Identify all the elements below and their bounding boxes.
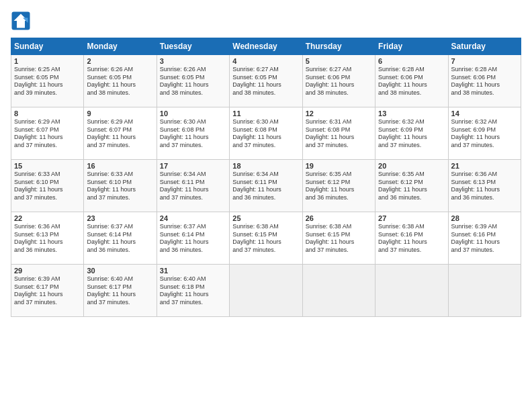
calendar-header-saturday: Saturday: [448, 38, 521, 55]
calendar-table: SundayMondayTuesdayWednesdayThursdayFrid…: [11, 38, 521, 317]
calendar-cell: 4Sunrise: 6:27 AM Sunset: 6:05 PM Daylig…: [230, 55, 302, 107]
day-info: Sunrise: 6:30 AM Sunset: 6:08 PM Dayligh…: [160, 118, 226, 150]
day-number: 11: [232, 109, 299, 118]
calendar-cell: 13Sunrise: 6:32 AM Sunset: 6:09 PM Dayli…: [375, 107, 448, 160]
calendar-cell: 14Sunrise: 6:32 AM Sunset: 6:09 PM Dayli…: [448, 107, 521, 160]
day-info: Sunrise: 6:35 AM Sunset: 6:12 PM Dayligh…: [378, 171, 445, 202]
calendar-cell: [230, 265, 302, 317]
day-info: Sunrise: 6:35 AM Sunset: 6:12 PM Dayligh…: [306, 171, 372, 202]
calendar-cell: 23Sunrise: 6:37 AM Sunset: 6:14 PM Dayli…: [84, 212, 157, 265]
day-number: 6: [378, 57, 445, 65]
calendar-cell: 11Sunrise: 6:30 AM Sunset: 6:08 PM Dayli…: [230, 107, 302, 160]
calendar-cell: 8Sunrise: 6:29 AM Sunset: 6:07 PM Daylig…: [11, 107, 84, 160]
day-number: 21: [451, 162, 518, 170]
logo-icon: [11, 11, 31, 31]
calendar-cell: 6Sunrise: 6:28 AM Sunset: 6:06 PM Daylig…: [375, 55, 448, 107]
day-info: Sunrise: 6:31 AM Sunset: 6:08 PM Dayligh…: [306, 118, 372, 150]
day-info: Sunrise: 6:40 AM Sunset: 6:18 PM Dayligh…: [160, 275, 226, 307]
day-info: Sunrise: 6:38 AM Sunset: 6:15 PM Dayligh…: [232, 223, 299, 255]
day-number: 30: [87, 267, 153, 275]
day-info: Sunrise: 6:27 AM Sunset: 6:06 PM Dayligh…: [306, 66, 372, 97]
calendar-cell: 5Sunrise: 6:27 AM Sunset: 6:06 PM Daylig…: [302, 55, 375, 107]
calendar-cell: [448, 265, 521, 317]
calendar-cell: 22Sunrise: 6:36 AM Sunset: 6:13 PM Dayli…: [11, 212, 84, 265]
day-number: 24: [160, 214, 226, 222]
day-number: 12: [306, 109, 372, 118]
day-number: 13: [378, 109, 445, 118]
calendar-cell: 21Sunrise: 6:36 AM Sunset: 6:13 PM Dayli…: [448, 160, 521, 212]
calendar-header-monday: Monday: [84, 38, 157, 55]
day-info: Sunrise: 6:34 AM Sunset: 6:11 PM Dayligh…: [232, 171, 299, 202]
calendar-cell: 1Sunrise: 6:25 AM Sunset: 6:05 PM Daylig…: [11, 55, 84, 107]
calendar-cell: 26Sunrise: 6:38 AM Sunset: 6:15 PM Dayli…: [302, 212, 375, 265]
day-number: 31: [160, 267, 226, 275]
calendar-week-row: 22Sunrise: 6:36 AM Sunset: 6:13 PM Dayli…: [11, 212, 521, 265]
day-number: 17: [160, 162, 226, 170]
day-info: Sunrise: 6:26 AM Sunset: 6:05 PM Dayligh…: [160, 66, 226, 97]
day-number: 26: [306, 214, 372, 222]
calendar-cell: 29Sunrise: 6:39 AM Sunset: 6:17 PM Dayli…: [11, 265, 84, 317]
day-info: Sunrise: 6:32 AM Sunset: 6:09 PM Dayligh…: [378, 118, 445, 150]
calendar-cell: 15Sunrise: 6:33 AM Sunset: 6:10 PM Dayli…: [11, 160, 84, 212]
page-header: [11, 11, 521, 31]
calendar-cell: 28Sunrise: 6:39 AM Sunset: 6:16 PM Dayli…: [448, 212, 521, 265]
day-info: Sunrise: 6:39 AM Sunset: 6:17 PM Dayligh…: [14, 275, 81, 307]
calendar-header-tuesday: Tuesday: [157, 38, 229, 55]
calendar-week-row: 8Sunrise: 6:29 AM Sunset: 6:07 PM Daylig…: [11, 107, 521, 160]
calendar-cell: 17Sunrise: 6:34 AM Sunset: 6:11 PM Dayli…: [157, 160, 229, 212]
day-info: Sunrise: 6:27 AM Sunset: 6:05 PM Dayligh…: [232, 66, 299, 97]
calendar-header-friday: Friday: [375, 38, 448, 55]
calendar-cell: [302, 265, 375, 317]
day-number: 4: [232, 57, 299, 65]
calendar-cell: 25Sunrise: 6:38 AM Sunset: 6:15 PM Dayli…: [230, 212, 302, 265]
logo: [11, 11, 34, 31]
calendar-cell: 27Sunrise: 6:38 AM Sunset: 6:16 PM Dayli…: [375, 212, 448, 265]
calendar-cell: 16Sunrise: 6:33 AM Sunset: 6:10 PM Dayli…: [84, 160, 157, 212]
calendar-cell: 19Sunrise: 6:35 AM Sunset: 6:12 PM Dayli…: [302, 160, 375, 212]
day-number: 9: [87, 109, 153, 118]
day-info: Sunrise: 6:36 AM Sunset: 6:13 PM Dayligh…: [14, 223, 81, 255]
calendar-cell: 10Sunrise: 6:30 AM Sunset: 6:08 PM Dayli…: [157, 107, 229, 160]
day-info: Sunrise: 6:29 AM Sunset: 6:07 PM Dayligh…: [14, 118, 81, 150]
calendar-cell: 24Sunrise: 6:37 AM Sunset: 6:14 PM Dayli…: [157, 212, 229, 265]
calendar-header-wednesday: Wednesday: [230, 38, 302, 55]
day-number: 20: [378, 162, 445, 170]
calendar-header-row: SundayMondayTuesdayWednesdayThursdayFrid…: [11, 38, 521, 55]
calendar-cell: [375, 265, 448, 317]
day-number: 18: [232, 162, 299, 170]
day-info: Sunrise: 6:28 AM Sunset: 6:06 PM Dayligh…: [451, 66, 518, 97]
day-info: Sunrise: 6:28 AM Sunset: 6:06 PM Dayligh…: [378, 66, 445, 97]
day-info: Sunrise: 6:30 AM Sunset: 6:08 PM Dayligh…: [232, 118, 299, 150]
day-number: 15: [14, 162, 81, 170]
calendar-cell: 9Sunrise: 6:29 AM Sunset: 6:07 PM Daylig…: [84, 107, 157, 160]
day-info: Sunrise: 6:40 AM Sunset: 6:17 PM Dayligh…: [87, 275, 153, 307]
calendar-cell: 2Sunrise: 6:26 AM Sunset: 6:05 PM Daylig…: [84, 55, 157, 107]
day-info: Sunrise: 6:32 AM Sunset: 6:09 PM Dayligh…: [451, 118, 518, 150]
day-number: 22: [14, 214, 81, 222]
day-info: Sunrise: 6:26 AM Sunset: 6:05 PM Dayligh…: [87, 66, 153, 97]
day-info: Sunrise: 6:33 AM Sunset: 6:10 PM Dayligh…: [87, 171, 153, 202]
day-info: Sunrise: 6:37 AM Sunset: 6:14 PM Dayligh…: [160, 223, 226, 255]
calendar-header-thursday: Thursday: [302, 38, 375, 55]
day-info: Sunrise: 6:38 AM Sunset: 6:16 PM Dayligh…: [378, 223, 445, 255]
calendar-week-row: 29Sunrise: 6:39 AM Sunset: 6:17 PM Dayli…: [11, 265, 521, 317]
calendar-header-sunday: Sunday: [11, 38, 84, 55]
day-number: 25: [232, 214, 299, 222]
calendar-cell: 30Sunrise: 6:40 AM Sunset: 6:17 PM Dayli…: [84, 265, 157, 317]
day-number: 7: [451, 57, 518, 65]
day-number: 5: [306, 57, 372, 65]
day-number: 3: [160, 57, 226, 65]
calendar-cell: 18Sunrise: 6:34 AM Sunset: 6:11 PM Dayli…: [230, 160, 302, 212]
day-info: Sunrise: 6:25 AM Sunset: 6:05 PM Dayligh…: [14, 66, 81, 97]
calendar-cell: 31Sunrise: 6:40 AM Sunset: 6:18 PM Dayli…: [157, 265, 229, 317]
day-info: Sunrise: 6:37 AM Sunset: 6:14 PM Dayligh…: [87, 223, 153, 255]
day-number: 23: [87, 214, 153, 222]
calendar-week-row: 1Sunrise: 6:25 AM Sunset: 6:05 PM Daylig…: [11, 55, 521, 107]
day-info: Sunrise: 6:29 AM Sunset: 6:07 PM Dayligh…: [87, 118, 153, 150]
calendar-cell: 12Sunrise: 6:31 AM Sunset: 6:08 PM Dayli…: [302, 107, 375, 160]
calendar-cell: 3Sunrise: 6:26 AM Sunset: 6:05 PM Daylig…: [157, 55, 229, 107]
day-info: Sunrise: 6:34 AM Sunset: 6:11 PM Dayligh…: [160, 171, 226, 202]
day-number: 29: [14, 267, 81, 275]
day-number: 16: [87, 162, 153, 170]
day-number: 8: [14, 109, 81, 118]
